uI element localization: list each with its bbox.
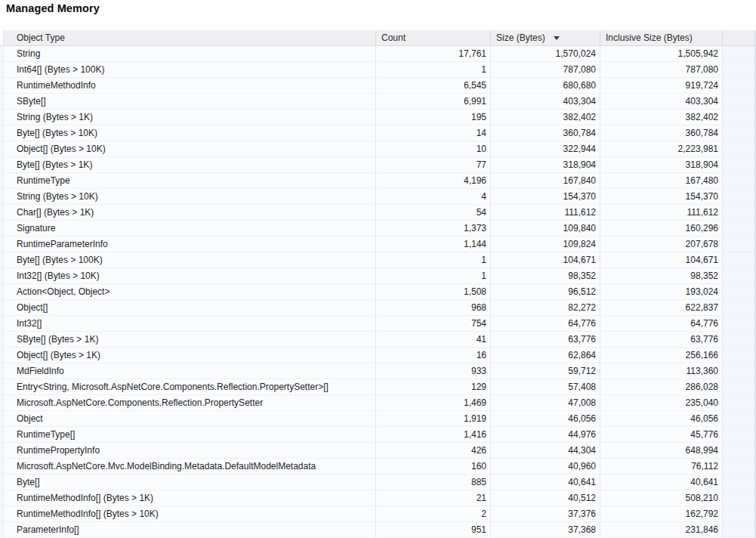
table-row[interactable]: Int32[] (Bytes > 10K)198,35298,352	[0, 268, 756, 284]
cell-size: 787,080	[491, 62, 600, 77]
cell-size: 382,402	[491, 110, 600, 125]
table-row[interactable]: Microsoft.AspNetCore.Components.Reflecti…	[0, 395, 756, 411]
cell-count: 6,545	[376, 78, 491, 93]
cell-inclusive-size: 286,028	[600, 379, 723, 394]
cell-inclusive-size: 167,480	[600, 173, 723, 188]
cell-inclusive-size: 160,296	[600, 221, 723, 236]
row-overflow	[723, 284, 756, 299]
table-row[interactable]: Microsoft.AspNetCore.Mvc.ModelBinding.Me…	[0, 459, 756, 475]
table-row[interactable]: RuntimeMethodInfo[] (Bytes > 10K)237,376…	[0, 506, 756, 522]
cell-count: 16	[376, 348, 491, 363]
column-header-label: Count	[381, 32, 406, 43]
sort-descending-icon	[554, 36, 560, 40]
table-row[interactable]: RuntimeMethodInfo[] (Bytes > 1K)2140,512…	[0, 490, 756, 506]
cell-object-type: RuntimeType[]	[4, 427, 376, 442]
column-header-inclusive-size[interactable]: Inclusive Size (Bytes)	[600, 30, 723, 45]
table-row[interactable]: RuntimeParameterInfo1,144109,824207,678	[0, 237, 756, 252]
table-header-row: Object Type Count Size (Bytes) Inclusive…	[0, 30, 756, 46]
table-row[interactable]: Object[] (Bytes > 1K)1662,864256,166	[0, 348, 756, 363]
cell-object-type: Int64[] (Bytes > 100K)	[4, 62, 376, 77]
cell-inclusive-size: 508,210	[600, 490, 723, 506]
table-row[interactable]: SByte[]6,991403,304403,304	[0, 94, 756, 110]
row-overflow	[723, 205, 756, 220]
cell-size: 37,376	[491, 506, 600, 521]
table-row[interactable]: String (Bytes > 1K)195382,402382,402	[0, 110, 756, 125]
cell-count: 426	[376, 443, 491, 458]
table-row[interactable]: RuntimeType4,196167,840167,480	[0, 173, 756, 189]
row-overflow	[723, 221, 756, 236]
object-type-table: Object Type Count Size (Bytes) Inclusive…	[0, 30, 756, 538]
table-row[interactable]: Object[]96882,272622,837	[0, 300, 756, 316]
cell-count: 160	[376, 459, 491, 474]
cell-object-type: Object[]	[4, 300, 376, 315]
table-row[interactable]: Byte[] (Bytes > 1K)77318,904318,904	[0, 157, 756, 173]
cell-count: 10	[376, 141, 491, 156]
cell-inclusive-size: 154,370	[600, 189, 723, 204]
table-row[interactable]: ParameterInfo[]95137,368231,846	[0, 522, 756, 538]
row-overflow	[723, 379, 756, 394]
table-row[interactable]: Char[] (Bytes > 1K)54111,612111,612	[0, 205, 756, 221]
table-row[interactable]: Object1,91946,05646,056	[0, 411, 756, 427]
table-row[interactable]: MdFieldInfo93359,712113,360	[0, 363, 756, 379]
cell-object-type: ParameterInfo[]	[4, 522, 376, 537]
table-row[interactable]: String (Bytes > 10K)4154,370154,370	[0, 189, 756, 205]
cell-object-type: Byte[] (Bytes > 1K)	[4, 157, 376, 172]
cell-size: 62,864	[491, 348, 600, 363]
table-row[interactable]: Object[] (Bytes > 10K)10322,9442,223,981	[0, 141, 756, 157]
table-row[interactable]: Byte[] (Bytes > 100K)1104,671104,671	[0, 252, 756, 268]
table-row[interactable]: Signature1,373109,840160,296	[0, 221, 756, 237]
cell-object-type: RuntimeMethodInfo	[4, 78, 376, 93]
cell-size: 680,680	[491, 78, 600, 93]
column-header-object-type[interactable]: Object Type	[4, 30, 376, 45]
cell-inclusive-size: 787,080	[600, 62, 723, 77]
cell-size: 360,784	[491, 125, 600, 141]
cell-object-type: RuntimeType	[4, 173, 376, 188]
cell-count: 1,373	[376, 221, 491, 236]
row-overflow	[723, 459, 756, 474]
cell-inclusive-size: 207,678	[600, 237, 723, 252]
cell-count: 885	[376, 475, 491, 490]
cell-inclusive-size: 113,360	[600, 363, 723, 379]
table-row[interactable]: Byte[] (Bytes > 10K)14360,784360,784	[0, 125, 756, 141]
row-overflow	[723, 268, 756, 283]
table-row[interactable]: Action<Object, Object>1,50896,512193,024	[0, 284, 756, 300]
row-overflow	[723, 237, 756, 252]
cell-object-type: String	[4, 46, 376, 61]
table-row[interactable]: Entry<String, Microsoft.AspNetCore.Compo…	[0, 379, 756, 395]
cell-size: 96,512	[491, 284, 600, 299]
cell-size: 154,370	[491, 189, 600, 204]
cell-count: 1	[376, 62, 491, 77]
column-header-label: Size (Bytes)	[496, 32, 545, 43]
column-header-count[interactable]: Count	[376, 30, 491, 45]
table-row[interactable]: Int64[] (Bytes > 100K)1787,080787,080	[0, 62, 756, 78]
row-overflow	[723, 443, 756, 458]
cell-inclusive-size: 919,724	[600, 78, 723, 93]
cell-object-type: Action<Object, Object>	[4, 284, 376, 299]
row-overflow	[723, 363, 756, 379]
column-header-size[interactable]: Size (Bytes)	[491, 30, 600, 45]
table-row[interactable]: String17,7611,570,0241,505,942	[0, 46, 756, 62]
table-row[interactable]: RuntimePropertyInfo42644,304648,994	[0, 443, 756, 459]
cell-count: 77	[376, 157, 491, 172]
cell-object-type: Object	[4, 411, 376, 426]
table-row[interactable]: RuntimeMethodInfo6,545680,680919,724	[0, 78, 756, 94]
cell-object-type: Char[] (Bytes > 1K)	[4, 205, 376, 220]
cell-object-type: Byte[] (Bytes > 10K)	[4, 125, 376, 141]
cell-size: 109,840	[491, 221, 600, 236]
cell-object-type: Byte[] (Bytes > 100K)	[4, 252, 376, 267]
table-row[interactable]: SByte[] (Bytes > 1K)4163,77663,776	[0, 332, 756, 348]
cell-object-type: Entry<String, Microsoft.AspNetCore.Compo…	[4, 379, 376, 394]
row-overflow	[723, 332, 756, 347]
table-row[interactable]: RuntimeType[]1,41644,97645,776	[0, 427, 756, 443]
cell-count: 1	[376, 252, 491, 267]
cell-size: 46,056	[491, 411, 600, 426]
cell-size: 82,272	[491, 300, 600, 315]
row-overflow	[723, 125, 756, 141]
cell-size: 322,944	[491, 141, 600, 156]
row-overflow	[723, 110, 756, 125]
cell-count: 21	[376, 490, 491, 506]
cell-inclusive-size: 46,056	[600, 411, 723, 426]
cell-inclusive-size: 98,352	[600, 268, 723, 283]
table-row[interactable]: Byte[]88540,64140,641	[0, 475, 756, 490]
table-row[interactable]: Int32[]75464,77664,776	[0, 316, 756, 332]
